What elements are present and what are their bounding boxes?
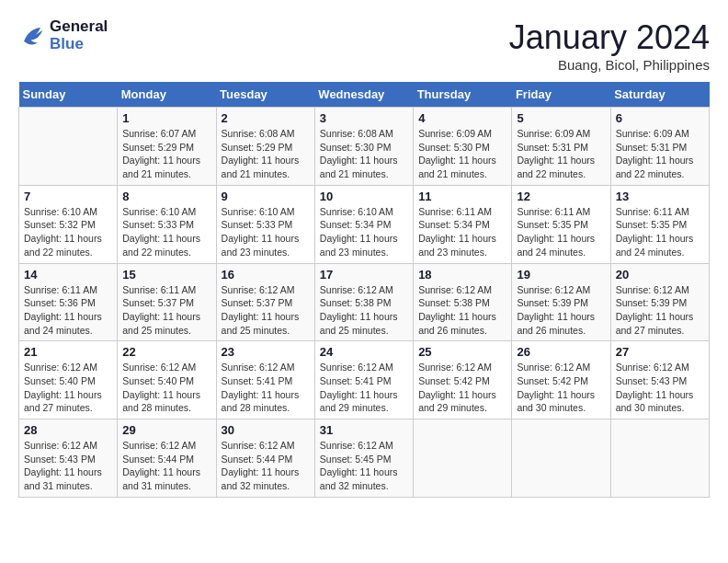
day-number: 19 (517, 268, 605, 282)
calendar-cell: 19Sunrise: 6:12 AMSunset: 5:39 PMDayligh… (512, 263, 610, 341)
day-info: Sunrise: 6:09 AMSunset: 5:30 PMDaylight:… (418, 127, 506, 181)
calendar-cell: 17Sunrise: 6:12 AMSunset: 5:38 PMDayligh… (314, 263, 413, 341)
day-info: Sunrise: 6:12 AMSunset: 5:39 PMDaylight:… (616, 283, 704, 338)
day-info: Sunrise: 6:11 AMSunset: 5:37 PMDaylight:… (122, 283, 210, 338)
calendar-cell: 3Sunrise: 6:08 AMSunset: 5:30 PMDaylight… (314, 108, 413, 186)
day-info: Sunrise: 6:10 AMSunset: 5:32 PMDaylight:… (24, 205, 112, 259)
day-info: Sunrise: 6:10 AMSunset: 5:34 PMDaylight:… (320, 205, 408, 259)
day-number: 31 (320, 423, 408, 437)
day-info: Sunrise: 6:10 AMSunset: 5:33 PMDaylight:… (122, 205, 210, 259)
day-number: 27 (616, 345, 704, 359)
day-number: 21 (24, 345, 112, 359)
calendar-week-row: 1Sunrise: 6:07 AMSunset: 5:29 PMDaylight… (19, 108, 710, 186)
calendar-week-row: 28Sunrise: 6:12 AMSunset: 5:43 PMDayligh… (19, 419, 710, 498)
day-number: 24 (320, 345, 408, 359)
calendar-cell: 22Sunrise: 6:12 AMSunset: 5:40 PMDayligh… (118, 341, 216, 419)
day-info: Sunrise: 6:12 AMSunset: 5:42 PMDaylight:… (418, 361, 506, 415)
day-info: Sunrise: 6:12 AMSunset: 5:37 PMDaylight:… (222, 283, 310, 338)
calendar-week-row: 14Sunrise: 6:11 AMSunset: 5:36 PMDayligh… (19, 263, 710, 341)
calendar-cell: 23Sunrise: 6:12 AMSunset: 5:41 PMDayligh… (216, 341, 314, 419)
calendar-cell (414, 419, 512, 498)
day-info: Sunrise: 6:12 AMSunset: 5:41 PMDaylight:… (320, 361, 408, 415)
calendar-cell: 25Sunrise: 6:12 AMSunset: 5:42 PMDayligh… (414, 341, 512, 419)
day-info: Sunrise: 6:12 AMSunset: 5:41 PMDaylight:… (222, 361, 310, 415)
day-number: 14 (24, 268, 112, 282)
logo-line2: Blue (50, 36, 108, 53)
month-title: January 2024 (509, 18, 710, 57)
calendar-cell (512, 419, 610, 498)
calendar-cell (19, 108, 118, 186)
calendar-table: SundayMondayTuesdayWednesdayThursdayFrid… (18, 82, 710, 498)
day-number: 13 (616, 190, 704, 203)
column-header-thursday: Thursday (414, 82, 512, 108)
logo: General Blue (18, 18, 108, 52)
calendar-cell: 1Sunrise: 6:07 AMSunset: 5:29 PMDaylight… (118, 108, 216, 186)
day-number: 23 (222, 345, 310, 359)
day-info: Sunrise: 6:11 AMSunset: 5:35 PMDaylight:… (517, 205, 605, 259)
day-number: 2 (222, 111, 310, 125)
logo-line1: General (50, 18, 108, 36)
calendar-cell: 15Sunrise: 6:11 AMSunset: 5:37 PMDayligh… (118, 263, 216, 341)
calendar-cell: 2Sunrise: 6:08 AMSunset: 5:29 PMDaylight… (216, 108, 314, 186)
day-number: 10 (320, 190, 408, 203)
calendar-cell: 11Sunrise: 6:11 AMSunset: 5:34 PMDayligh… (414, 185, 512, 263)
calendar-cell: 26Sunrise: 6:12 AMSunset: 5:42 PMDayligh… (512, 341, 610, 419)
column-header-sunday: Sunday (19, 82, 118, 108)
day-number: 12 (517, 190, 605, 203)
column-header-tuesday: Tuesday (216, 82, 314, 108)
day-info: Sunrise: 6:12 AMSunset: 5:40 PMDaylight:… (24, 361, 112, 415)
column-header-friday: Friday (512, 82, 610, 108)
calendar-cell: 9Sunrise: 6:10 AMSunset: 5:33 PMDaylight… (216, 185, 314, 263)
calendar-week-row: 7Sunrise: 6:10 AMSunset: 5:32 PMDaylight… (19, 185, 710, 263)
calendar-cell: 20Sunrise: 6:12 AMSunset: 5:39 PMDayligh… (610, 263, 709, 341)
calendar-cell: 31Sunrise: 6:12 AMSunset: 5:45 PMDayligh… (314, 419, 413, 498)
title-section: January 2024 Buang, Bicol, Philippines (509, 18, 710, 73)
day-info: Sunrise: 6:12 AMSunset: 5:43 PMDaylight:… (616, 361, 704, 415)
day-number: 15 (122, 268, 210, 282)
calendar-cell: 14Sunrise: 6:11 AMSunset: 5:36 PMDayligh… (19, 263, 118, 341)
calendar-cell: 13Sunrise: 6:11 AMSunset: 5:35 PMDayligh… (610, 185, 709, 263)
day-number: 17 (320, 268, 408, 282)
calendar-cell: 16Sunrise: 6:12 AMSunset: 5:37 PMDayligh… (216, 263, 314, 341)
day-number: 6 (616, 111, 704, 125)
day-info: Sunrise: 6:12 AMSunset: 5:39 PMDaylight:… (517, 283, 605, 338)
calendar-cell: 7Sunrise: 6:10 AMSunset: 5:32 PMDaylight… (19, 185, 118, 263)
day-number: 5 (517, 111, 605, 125)
column-header-saturday: Saturday (610, 82, 709, 108)
day-number: 8 (122, 190, 210, 203)
day-number: 4 (418, 111, 506, 125)
calendar-cell: 24Sunrise: 6:12 AMSunset: 5:41 PMDayligh… (314, 341, 413, 419)
calendar-cell: 10Sunrise: 6:10 AMSunset: 5:34 PMDayligh… (314, 185, 413, 263)
day-info: Sunrise: 6:12 AMSunset: 5:44 PMDaylight:… (222, 439, 310, 493)
day-number: 18 (418, 268, 506, 282)
day-number: 11 (418, 190, 506, 203)
page-header: General Blue January 2024 Buang, Bicol, … (18, 18, 710, 73)
day-number: 20 (616, 268, 704, 282)
day-number: 28 (24, 423, 112, 437)
day-info: Sunrise: 6:12 AMSunset: 5:43 PMDaylight:… (24, 439, 112, 493)
day-number: 25 (418, 345, 506, 359)
location: Buang, Bicol, Philippines (509, 57, 710, 73)
day-info: Sunrise: 6:09 AMSunset: 5:31 PMDaylight:… (616, 127, 704, 181)
day-number: 3 (320, 111, 408, 125)
calendar-header-row: SundayMondayTuesdayWednesdayThursdayFrid… (19, 82, 710, 108)
day-number: 7 (24, 190, 112, 203)
day-info: Sunrise: 6:12 AMSunset: 5:44 PMDaylight:… (122, 439, 210, 493)
day-info: Sunrise: 6:12 AMSunset: 5:45 PMDaylight:… (320, 439, 408, 493)
day-info: Sunrise: 6:10 AMSunset: 5:33 PMDaylight:… (222, 205, 310, 259)
calendar-cell: 27Sunrise: 6:12 AMSunset: 5:43 PMDayligh… (610, 341, 709, 419)
day-info: Sunrise: 6:08 AMSunset: 5:29 PMDaylight:… (222, 127, 310, 181)
day-number: 1 (122, 111, 210, 125)
day-number: 16 (222, 268, 310, 282)
calendar-cell: 29Sunrise: 6:12 AMSunset: 5:44 PMDayligh… (118, 419, 216, 498)
day-number: 22 (122, 345, 210, 359)
day-info: Sunrise: 6:12 AMSunset: 5:38 PMDaylight:… (418, 283, 506, 338)
calendar-cell: 28Sunrise: 6:12 AMSunset: 5:43 PMDayligh… (19, 419, 118, 498)
column-header-monday: Monday (118, 82, 216, 108)
calendar-cell: 12Sunrise: 6:11 AMSunset: 5:35 PMDayligh… (512, 185, 610, 263)
day-number: 30 (222, 423, 310, 437)
day-info: Sunrise: 6:12 AMSunset: 5:38 PMDaylight:… (320, 283, 408, 338)
day-info: Sunrise: 6:12 AMSunset: 5:42 PMDaylight:… (517, 361, 605, 415)
calendar-cell: 8Sunrise: 6:10 AMSunset: 5:33 PMDaylight… (118, 185, 216, 263)
day-info: Sunrise: 6:11 AMSunset: 5:36 PMDaylight:… (24, 283, 112, 338)
